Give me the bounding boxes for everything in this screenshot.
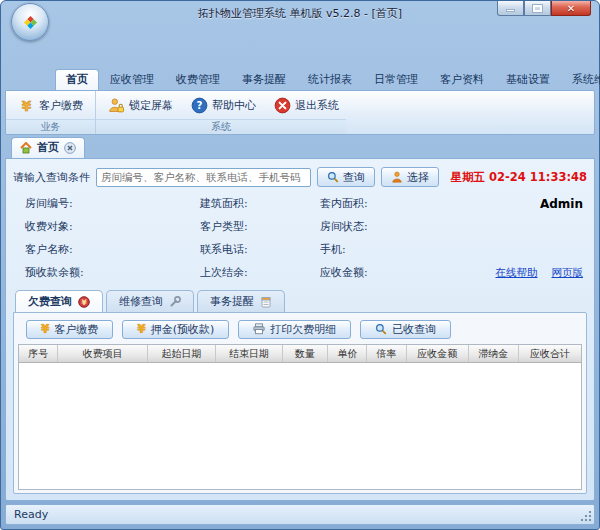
tab-reminder-label: 事务提醒 xyxy=(210,294,254,309)
menu-tab-charging[interactable]: 收费管理 xyxy=(165,69,231,90)
maximize-button[interactable] xyxy=(524,1,551,16)
menu-tab-home[interactable]: 首页 xyxy=(55,69,99,90)
col-multiplier[interactable]: 倍率 xyxy=(367,345,406,362)
window-title: 拓扑物业管理系统 单机版 v5.2.8 - [首页] xyxy=(198,6,402,21)
close-icon: ✕ xyxy=(567,3,575,14)
customer-name-label: 客户名称: xyxy=(25,242,200,257)
building-area-label: 建筑面积: xyxy=(200,196,320,211)
arrears-table: 序号 收费项目 起始日期 结束日期 数量 单价 倍率 应收金额 滞纳金 应收合计 xyxy=(18,344,582,490)
online-help-link[interactable]: 在线帮助 xyxy=(496,266,538,280)
room-status-label: 房间状态: xyxy=(320,219,368,234)
query-button[interactable]: 查询 xyxy=(317,167,375,187)
menu-tab-reports[interactable]: 统计报表 xyxy=(297,69,363,90)
close-button[interactable]: ✕ xyxy=(551,1,591,16)
logged-in-user: Admin xyxy=(540,197,583,211)
col-start-date[interactable]: 起始日期 xyxy=(148,345,215,362)
arrears-icon: ¥ xyxy=(78,296,90,308)
menu-tab-settings[interactable]: 基础设置 xyxy=(495,69,561,90)
col-late-fee[interactable]: 滞纳金 xyxy=(469,345,520,362)
resize-grip[interactable] xyxy=(581,511,592,522)
app-window: 拓扑物业管理系统 单机版 v5.2.8 - [首页] ✕ 首页 应收管理 收费管… xyxy=(0,0,600,530)
room-number-label: 房间编号: xyxy=(25,196,200,211)
info-row-4: 预收款余额: 上次结余: 应收金额: 在线帮助 网页版 xyxy=(25,265,583,280)
select-button[interactable]: 选择 xyxy=(381,167,439,187)
col-unit-price[interactable]: 单价 xyxy=(328,345,367,362)
customer-payment-button[interactable]: ¥ 客户缴费 xyxy=(10,93,91,118)
table-header-row: 序号 收费项目 起始日期 结束日期 数量 单价 倍率 应收金额 滞纳金 应收合计 xyxy=(19,345,581,363)
col-charge-item[interactable]: 收费项目 xyxy=(58,345,148,362)
search-icon xyxy=(327,171,339,183)
table-body-empty[interactable] xyxy=(19,363,581,489)
lock-screen-icon xyxy=(108,97,125,114)
svg-text:?: ? xyxy=(197,100,203,111)
lock-screen-label: 锁定屏幕 xyxy=(129,98,173,113)
maximize-icon xyxy=(533,5,542,12)
document-tab-home[interactable]: 首页 xyxy=(11,137,85,158)
money-icon: ¥ xyxy=(18,97,35,114)
arrears-panel: ¥ 客户缴费 ¥ 押金(预收款) 打印欠费明细 xyxy=(13,312,587,494)
minimize-icon xyxy=(506,9,515,12)
menu-tab-maintenance[interactable]: 系统维护 xyxy=(561,69,600,90)
prepaid-balance-label: 预收款余额: xyxy=(25,265,200,280)
col-total[interactable]: 应收合计 xyxy=(519,345,581,362)
col-end-date[interactable]: 结束日期 xyxy=(216,345,283,362)
info-row-2: 收费对象: 客户类型: 房间状态: xyxy=(25,219,583,234)
exit-system-label: 退出系统 xyxy=(295,98,339,113)
menu-tab-daily[interactable]: 日常管理 xyxy=(363,69,429,90)
status-text: Ready xyxy=(14,508,48,521)
reminder-icon xyxy=(260,296,272,308)
tab-close-icon[interactable] xyxy=(64,142,76,154)
received-query-label: 已收查询 xyxy=(392,322,436,337)
received-query-button[interactable]: 已收查询 xyxy=(360,320,451,339)
web-version-link[interactable]: 网页版 xyxy=(552,266,584,280)
tab-reminder[interactable]: 事务提醒 xyxy=(197,290,285,312)
deposit-button[interactable]: ¥ 押金(预收款) xyxy=(122,320,229,339)
lock-screen-button[interactable]: 锁定屏幕 xyxy=(100,93,181,118)
ribbon-group-business: ¥ 客户缴费 业务 xyxy=(6,91,96,134)
col-seq[interactable]: 序号 xyxy=(19,345,58,362)
search-input[interactable] xyxy=(96,168,311,187)
menu-tab-receivables[interactable]: 应收管理 xyxy=(99,69,165,90)
datetime-display: 星期五 02-24 11:33:48 xyxy=(451,170,588,185)
ribbon-group-system-label: 系统 xyxy=(96,119,346,134)
customer-type-label: 客户类型: xyxy=(200,219,320,234)
menu-tab-customers[interactable]: 客户资料 xyxy=(429,69,495,90)
document-tab-bar: 首页 xyxy=(5,135,595,158)
main-content: 请输入查询条件 查询 选择 星期五 02-24 11:33:48 xyxy=(5,158,595,501)
ribbon-group-business-label: 业务 xyxy=(6,119,95,134)
actions-row: ¥ 客户缴费 ¥ 押金(预收款) 打印欠费明细 xyxy=(18,317,582,341)
col-quantity[interactable]: 数量 xyxy=(283,345,328,362)
info-row-1: 房间编号: 建筑面积: 套内面积: Admin xyxy=(25,196,583,211)
tab-repair-query[interactable]: 维修查询 xyxy=(106,290,194,312)
help-icon: ? xyxy=(191,97,208,114)
receivable-amount-label: 应收金额: xyxy=(320,265,368,280)
info-row-3: 客户名称: 联系电话: 手机: xyxy=(25,242,583,257)
home-icon xyxy=(20,142,32,154)
pay-button[interactable]: ¥ 客户缴费 xyxy=(26,320,113,339)
svg-text:¥: ¥ xyxy=(22,97,32,113)
title-bar[interactable]: 拓扑物业管理系统 单机版 v5.2.8 - [首页] ✕ xyxy=(5,1,595,25)
repair-icon xyxy=(169,296,181,308)
col-receivable[interactable]: 应收金额 xyxy=(407,345,469,362)
info-panel: 房间编号: 建筑面积: 套内面积: Admin 收费对象: 客户类型: 房间状态… xyxy=(13,190,587,290)
printer-icon xyxy=(253,323,265,335)
print-arrears-label: 打印欠费明细 xyxy=(270,322,336,337)
ribbon-group-system: 锁定屏幕 ? 帮助中心 退出系统 系统 xyxy=(96,91,594,134)
print-arrears-button[interactable]: 打印欠费明细 xyxy=(238,320,351,339)
person-icon xyxy=(391,171,403,183)
tab-arrears-query[interactable]: 欠费查询 ¥ xyxy=(15,290,103,312)
query-button-label: 查询 xyxy=(343,170,365,185)
exit-system-button[interactable]: 退出系统 xyxy=(266,93,347,118)
app-orb-button[interactable] xyxy=(11,3,49,41)
mobile-label: 手机: xyxy=(320,242,346,257)
menu-tab-reminders[interactable]: 事务提醒 xyxy=(231,69,297,90)
help-center-button[interactable]: ? 帮助中心 xyxy=(183,93,264,118)
exit-icon xyxy=(274,97,291,114)
customer-payment-label: 客户缴费 xyxy=(39,98,83,113)
query-tab-strip: 欠费查询 ¥ 维修查询 事务提醒 xyxy=(13,290,587,312)
tab-repair-label: 维修查询 xyxy=(119,294,163,309)
window-controls: ✕ xyxy=(497,1,591,16)
minimize-button[interactable] xyxy=(497,1,524,16)
money-icon: ¥ xyxy=(137,322,145,336)
charge-target-label: 收费对象: xyxy=(25,219,200,234)
